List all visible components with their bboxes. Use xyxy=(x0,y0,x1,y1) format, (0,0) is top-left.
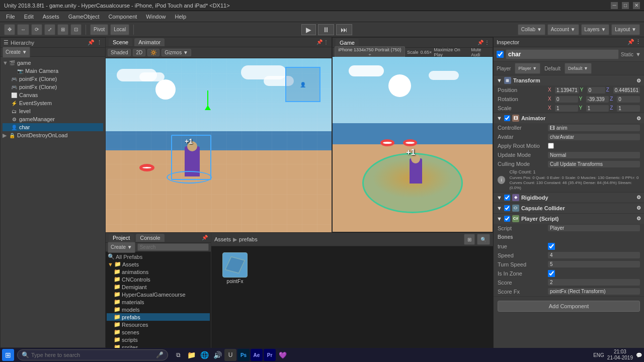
animator-header[interactable]: ▼ 🎞 Animator ⚙ xyxy=(494,113,644,123)
tree-demigiant[interactable]: 📁 Demigiant xyxy=(107,283,210,291)
game-menu[interactable]: ⋮ xyxy=(485,40,490,45)
project-create-button[interactable]: Create ▼ xyxy=(108,242,135,253)
rot-x-value[interactable]: 0 xyxy=(555,96,578,103)
game-viewport[interactable]: +1 xyxy=(333,57,493,232)
controller-value[interactable]: 🎞 anim xyxy=(548,125,640,131)
score-value[interactable]: 2 xyxy=(548,279,640,286)
play-button[interactable]: ▶ xyxy=(301,24,316,35)
transform-settings[interactable]: ⚙ xyxy=(636,78,641,83)
inspector-menu[interactable]: ⋮ xyxy=(635,39,641,45)
tree-prefabs[interactable]: 📁 prefabs xyxy=(107,313,210,321)
score-fx-value[interactable]: pointFx (Rect Transform) xyxy=(548,288,640,295)
tree-resources[interactable]: 📁 Resources xyxy=(107,321,210,328)
animator-settings[interactable]: ⚙ xyxy=(636,116,641,121)
menu-file[interactable]: File xyxy=(2,13,19,21)
tree-assets-root[interactable]: ▼ 📁 Assets xyxy=(107,260,210,268)
menu-assets[interactable]: Assets xyxy=(39,13,63,21)
menu-component[interactable]: Component xyxy=(104,13,141,21)
close-button[interactable]: ✕ xyxy=(633,2,640,9)
menu-gameobject[interactable]: GameObject xyxy=(64,13,104,21)
is-in-zone-checkbox[interactable] xyxy=(548,270,555,277)
speed-value[interactable]: 4 xyxy=(548,252,640,258)
scale-z-value[interactable]: 1 xyxy=(617,105,640,112)
hierarchy-pin[interactable]: 📌 xyxy=(88,39,95,46)
menu-edit[interactable]: Edit xyxy=(20,13,38,21)
capsule-collider-header[interactable]: ▼ ⬭ Capsule Collider ⚙ xyxy=(494,203,644,213)
tree-animations[interactable]: 📁 animations xyxy=(107,268,210,276)
player-settings[interactable]: ⚙ xyxy=(636,216,641,221)
gizmos-button[interactable]: 🔆 xyxy=(147,49,159,56)
game-pin[interactable]: 📌 xyxy=(477,40,484,45)
taskbar-search-input[interactable] xyxy=(31,352,154,358)
prefab-pointfx[interactable]: pointFx xyxy=(217,252,253,284)
scale-y-value[interactable]: 1 xyxy=(586,105,609,112)
avatar-value[interactable]: charAvatar xyxy=(548,134,640,140)
pr-icon[interactable]: Pr xyxy=(264,349,276,361)
layers-button[interactable]: Layers ▼ xyxy=(581,24,610,35)
windows-start-button[interactable]: ⊞ xyxy=(2,349,14,361)
tree-scenes[interactable]: 📁 scenes xyxy=(107,328,210,336)
hierarchy-menu[interactable]: ⋮ xyxy=(97,39,102,46)
animator-enabled-checkbox[interactable] xyxy=(504,115,510,121)
task-view-button[interactable]: ⧉ xyxy=(172,349,184,361)
inspector-pin[interactable]: 📌 xyxy=(627,39,634,45)
game-device-selector[interactable]: iPhone 1334x750 Portrait (750) ÷ xyxy=(335,46,405,58)
console-tab[interactable]: Console xyxy=(136,234,164,242)
vs-icon[interactable]: 💜 xyxy=(277,349,289,361)
tree-models[interactable]: 📁 models xyxy=(107,306,210,313)
rigidbody-enabled-checkbox[interactable] xyxy=(504,195,510,201)
collab-button[interactable]: Collab ▼ xyxy=(518,24,545,35)
hier-item-gamemanager[interactable]: ⚙ gameManager xyxy=(3,115,103,123)
maximize-button[interactable]: □ xyxy=(622,2,629,9)
shaded-button[interactable]: Shaded xyxy=(108,49,131,56)
menu-window[interactable]: Window xyxy=(142,13,170,21)
gizmos-dropdown[interactable]: Gizmos ▼ xyxy=(162,49,191,56)
capsule-enabled-checkbox[interactable] xyxy=(504,205,510,211)
pos-y-value[interactable]: 0 xyxy=(587,87,605,94)
hier-item-pointfx2[interactable]: 🎮 pointFx (Clone) xyxy=(3,83,103,91)
project-search-input[interactable] xyxy=(137,243,209,251)
breadcrumb-prefabs[interactable]: prefabs xyxy=(239,236,258,242)
tool-rotate[interactable]: ⟳ xyxy=(31,24,42,35)
unity-icon[interactable]: U xyxy=(224,349,236,361)
tool-rect[interactable]: ⊞ xyxy=(57,24,68,35)
hier-item-char[interactable]: 👤 char xyxy=(3,123,103,131)
rigidbody-settings[interactable]: ⚙ xyxy=(636,195,641,200)
static-dropdown[interactable]: ▼ xyxy=(635,51,641,57)
rot-z-value[interactable]: 0 xyxy=(617,96,640,103)
photoshop-icon[interactable]: Ps xyxy=(237,349,250,361)
capsule-settings[interactable]: ⚙ xyxy=(636,205,641,211)
tool-transform[interactable]: ⊡ xyxy=(70,24,82,35)
add-component-button[interactable]: Add Component xyxy=(498,301,640,312)
script-value[interactable]: Player xyxy=(548,225,640,231)
tree-all-prefabs[interactable]: 🔍 All Prefabs xyxy=(107,253,210,260)
breadcrumb-assets[interactable]: Assets xyxy=(214,236,231,242)
object-active-checkbox[interactable] xyxy=(497,51,504,58)
pivot-button[interactable]: Pivot xyxy=(90,24,108,35)
local-button[interactable]: Local xyxy=(110,24,129,35)
tree-scripts[interactable]: 📁 scripts xyxy=(107,336,210,343)
scene-pin[interactable]: 📌 xyxy=(316,39,323,45)
rot-y-value[interactable]: -39.339 xyxy=(586,96,609,103)
tool-move[interactable]: ↔ xyxy=(17,24,29,35)
assets-list-view[interactable]: ⊞ xyxy=(464,234,475,245)
rootmotion-checkbox[interactable] xyxy=(548,143,554,149)
hier-item-eventsystem[interactable]: ⚡ EventSystem xyxy=(3,99,103,107)
ae-icon[interactable]: Ae xyxy=(251,349,263,361)
hier-item-game[interactable]: ▼ 🎬 game xyxy=(3,59,103,67)
assets-search[interactable]: 🔍 xyxy=(477,234,490,245)
pos-x-value[interactable]: 1.139471 xyxy=(555,87,579,94)
layout-button[interactable]: Layout ▼ xyxy=(611,24,640,35)
layer-selector[interactable]: Default ▼ xyxy=(565,63,592,74)
player-enabled-checkbox[interactable] xyxy=(504,216,510,222)
cullingmode-value[interactable]: Cull Update Transforms xyxy=(548,161,640,167)
notification-icon[interactable]: 💬 xyxy=(636,352,642,358)
scene-menu[interactable]: ⋮ xyxy=(324,39,329,45)
hier-item-pointfx1[interactable]: 🎮 pointFx (Clone) xyxy=(3,75,103,83)
tree-hypercasual[interactable]: 📁 HyperCasualGamecourse xyxy=(107,291,210,298)
rigidbody-header[interactable]: ▼ ◈ Rigidbody ⚙ xyxy=(494,193,644,203)
animator-tab[interactable]: Animator xyxy=(134,38,165,46)
minimize-button[interactable]: ─ xyxy=(611,2,618,9)
step-button[interactable]: ⏭ xyxy=(336,24,352,35)
transform-header[interactable]: ▼ ⊞ Transform ⚙ xyxy=(494,75,644,85)
